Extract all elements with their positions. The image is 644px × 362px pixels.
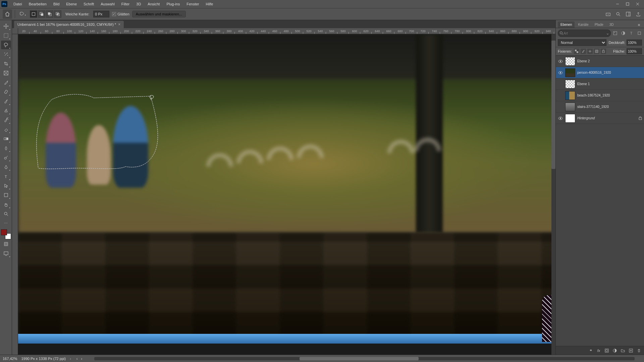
antialias-checkbox-wrap[interactable]: Glätten: [112, 12, 129, 16]
document-tab-close[interactable]: ×: [118, 22, 120, 27]
fx-icon[interactable]: fx: [596, 348, 601, 353]
selection-new-button[interactable]: [30, 10, 37, 18]
menu-auswahl[interactable]: Auswahl: [97, 0, 118, 8]
search-icon[interactable]: [615, 11, 621, 17]
layer-row[interactable]: Hintergrund: [556, 113, 644, 124]
tab-channels[interactable]: Kanäle: [575, 21, 591, 28]
layer-name[interactable]: stairs-3771140_1920: [577, 105, 642, 109]
mask-icon[interactable]: [604, 348, 609, 353]
crop-tool[interactable]: [1, 59, 11, 68]
layer-visibility-toggle[interactable]: [558, 59, 563, 64]
canvas-scrollbar-vertical[interactable]: [551, 34, 555, 355]
layer-name[interactable]: person-4008516_1920: [577, 71, 642, 74]
menu-bild[interactable]: Bild: [50, 0, 63, 8]
layer-row[interactable]: person-4008516_1920: [556, 67, 644, 78]
home-button[interactable]: [3, 9, 12, 19]
antialias-checkbox[interactable]: [112, 12, 116, 16]
layer-visibility-toggle[interactable]: [558, 81, 563, 87]
zoom-tool[interactable]: [1, 209, 11, 218]
layer-thumbnail[interactable]: [565, 80, 575, 88]
screenmode-button[interactable]: [1, 249, 11, 258]
layer-filter-input[interactable]: [564, 32, 606, 35]
gradient-tool[interactable]: [1, 134, 11, 143]
blur-tool[interactable]: [1, 144, 11, 153]
lock-position-icon[interactable]: [587, 49, 593, 54]
panel-menu-icon[interactable]: ≡: [636, 22, 642, 28]
ruler-vertical[interactable]: [12, 34, 18, 355]
group-icon[interactable]: [621, 348, 625, 353]
selection-intersect-button[interactable]: [54, 10, 61, 18]
path-select-tool[interactable]: [1, 181, 11, 190]
filter-adjust-icon[interactable]: [620, 30, 626, 36]
tab-3d[interactable]: 3D: [607, 21, 616, 28]
delete-layer-icon[interactable]: [637, 348, 641, 353]
menu-datei[interactable]: Datei: [10, 0, 25, 8]
layer-row[interactable]: Ebene 2: [556, 56, 644, 67]
layer-row[interactable]: stairs-3771140_1920: [556, 101, 644, 113]
layer-visibility-toggle[interactable]: [558, 116, 563, 121]
selection-add-button[interactable]: [38, 10, 45, 18]
eyedropper-tool[interactable]: [1, 78, 11, 87]
lock-pixels-icon[interactable]: [574, 49, 579, 54]
select-and-mask-button[interactable]: Auswählen und maskieren...: [132, 11, 186, 17]
dodge-tool[interactable]: [1, 153, 11, 162]
menu-ansicht[interactable]: Ansicht: [144, 0, 163, 8]
zoom-level[interactable]: 167,42%: [3, 357, 17, 361]
layer-name[interactable]: Ebene 1: [577, 82, 642, 86]
tab-layers[interactable]: Ebenen: [558, 21, 575, 28]
menu-hilfe[interactable]: Hilfe: [202, 0, 216, 8]
layer-name[interactable]: beach-1867524_1920: [577, 94, 642, 97]
tab-paths[interactable]: Pfade: [592, 21, 606, 28]
nav-prev[interactable]: ‹: [75, 357, 79, 361]
layer-thumbnail[interactable]: [565, 57, 575, 66]
layer-visibility-toggle[interactable]: [558, 104, 563, 110]
layer-visibility-toggle[interactable]: [558, 70, 563, 75]
nav-next[interactable]: ›: [79, 357, 84, 361]
hand-tool[interactable]: [1, 200, 11, 209]
layer-row[interactable]: beach-1867524_1920: [556, 90, 644, 101]
marquee-tool[interactable]: [1, 31, 11, 40]
filter-shape-icon[interactable]: [636, 30, 642, 36]
workspace-icon[interactable]: [625, 11, 631, 17]
color-swatches[interactable]: [1, 229, 11, 239]
blend-mode-select[interactable]: Normal: [558, 39, 606, 46]
adjustment-icon[interactable]: [612, 348, 617, 353]
chevron-down-icon[interactable]: ⌄: [606, 31, 609, 36]
lasso-tool[interactable]: [1, 41, 11, 49]
move-tool[interactable]: [1, 22, 11, 31]
pen-tool[interactable]: [1, 163, 11, 171]
layer-visibility-toggle[interactable]: [558, 93, 563, 98]
canvas-scrollbar-horizontal[interactable]: [94, 357, 635, 360]
magic-wand-tool[interactable]: [1, 50, 11, 59]
menu-schrift[interactable]: Schrift: [80, 0, 97, 8]
selection-subtract-button[interactable]: [46, 10, 53, 18]
close-button[interactable]: [633, 0, 643, 8]
layer-filter-search[interactable]: ⌄: [558, 29, 611, 37]
link-layers-icon[interactable]: ⚭: [588, 348, 593, 353]
lock-artboard-icon[interactable]: [594, 49, 599, 54]
edit-toolbar-button[interactable]: ⋯: [1, 219, 11, 228]
layer-thumbnail[interactable]: [565, 68, 575, 77]
share-icon[interactable]: [635, 11, 641, 17]
quickmask-button[interactable]: [1, 240, 11, 248]
layer-thumbnail[interactable]: [565, 103, 575, 111]
filter-image-icon[interactable]: [612, 30, 618, 36]
menu-3d[interactable]: 3D: [133, 0, 144, 8]
menu-plug-ins[interactable]: Plug-ins: [163, 0, 183, 8]
minimize-button[interactable]: [612, 0, 623, 8]
maximize-button[interactable]: [623, 0, 633, 8]
layer-row[interactable]: Ebene 1: [556, 78, 644, 90]
feather-input[interactable]: [93, 11, 109, 17]
new-layer-icon[interactable]: [629, 348, 633, 353]
lock-brush-icon[interactable]: [581, 49, 586, 54]
layer-thumbnail[interactable]: [565, 91, 575, 100]
history-brush-tool[interactable]: [1, 116, 11, 124]
menu-bearbeiten[interactable]: Bearbeiten: [25, 0, 50, 8]
type-tool[interactable]: T: [1, 172, 11, 181]
foreground-color[interactable]: [1, 229, 7, 235]
layer-name[interactable]: Hintergrund: [577, 116, 637, 120]
filter-type-icon[interactable]: T: [628, 30, 634, 36]
eraser-tool[interactable]: [1, 125, 11, 134]
layer-thumbnail[interactable]: [565, 114, 575, 123]
brush-tool[interactable]: [1, 97, 11, 106]
